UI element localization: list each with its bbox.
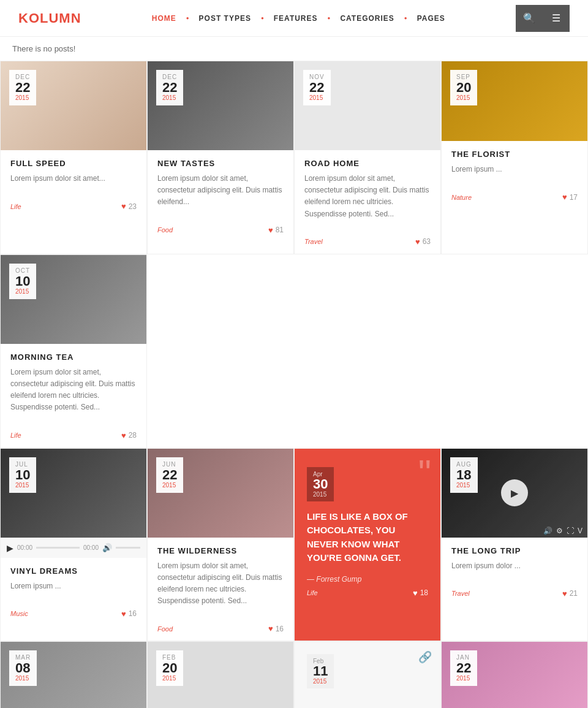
- card-tag-quote[interactable]: Life: [307, 589, 318, 596]
- card-title-the-long-trip[interactable]: THE LONG TRIP: [451, 546, 578, 555]
- progress-bar[interactable]: [36, 547, 80, 549]
- nav-home[interactable]: HOME: [146, 14, 183, 23]
- logo[interactable]: KOLUMN: [18, 10, 81, 26]
- card-tag-the-florist[interactable]: Nature: [451, 194, 472, 201]
- nav-pages[interactable]: PAGES: [411, 14, 451, 23]
- heart-icon: ♥: [562, 192, 567, 202]
- card-tag-full-speed[interactable]: Life: [10, 203, 21, 210]
- search-icon: 🔍: [523, 12, 535, 24]
- card-text-new-tastes: Lorem ipsum dolor sit amet, consectetur …: [157, 173, 284, 208]
- card-footer-full-speed: Life ♥ 23: [1, 197, 146, 218]
- nav-dot-2: ●: [261, 15, 264, 21]
- card-title-vinyl-dreams[interactable]: VINYL DREAMS: [10, 566, 137, 576]
- date-badge-road-home: Nov 22 2015: [303, 70, 331, 105]
- heart-icon: ♥: [121, 431, 126, 440]
- date-badge-the-wilderness: Jun 22 2015: [156, 457, 183, 493]
- card-text-vinyl-dreams: Lorem ipsum ...: [10, 580, 137, 592]
- card-text-full-speed: Lorem ipsum dolor sit amet...: [10, 173, 137, 185]
- card-footer-morning-tea: Life ♥ 28: [1, 426, 146, 447]
- card-tag-the-long-trip[interactable]: Travel: [451, 590, 470, 597]
- main-nav: HOME ● POST TYPES ● FEATURES ● CATEGORIE…: [146, 14, 451, 23]
- card-morning-tea: Oct 10 2015 MORNING TEA Lorem ipsum dolo…: [0, 254, 147, 448]
- card-likes-morning-tea: ♥ 28: [121, 431, 137, 440]
- audio-player[interactable]: ▶ 00:00 00:00 🔊: [1, 538, 146, 558]
- card-image-the-long-trip: ▶ 🔊 ⚙ ⛶ V Aug 18 2015: [442, 449, 587, 538]
- menu-button[interactable]: ☰: [543, 5, 570, 32]
- card-tag-road-home[interactable]: Travel: [304, 238, 323, 245]
- card-tag-morning-tea[interactable]: Life: [10, 432, 21, 439]
- card-image-the-wilderness: Jun 22 2015: [148, 449, 293, 538]
- search-button[interactable]: 🔍: [516, 5, 543, 32]
- fullscreen-icon[interactable]: ⛶: [567, 527, 574, 535]
- card-new-tastes: Dec 22 2015 NEW TASTES Lorem ipsum dolor…: [147, 61, 294, 254]
- card-image-off-the-shore: Mar 08 2015: [1, 642, 146, 708]
- card-body-road-home: ROAD HOME Lorem ipsum dolor sit amet, co…: [295, 150, 440, 232]
- card-quote: Apr 30 2015 " LIFE IS LIKE A BOX OF CHOC…: [294, 448, 441, 642]
- date-badge-the-florist: Sep 20 2015: [450, 70, 477, 105]
- header: KOLUMN HOME ● POST TYPES ● FEATURES ● CA…: [0, 0, 588, 37]
- nav-post-types[interactable]: POST TYPES: [193, 14, 257, 23]
- card-a-long-wait: Feb 20 2015 A LONG WAIT Lorem ipsum... W…: [147, 641, 294, 708]
- card-likes-quote: ♥ 18: [413, 588, 428, 598]
- card-tag-new-tastes[interactable]: Food: [157, 226, 173, 234]
- nav-dot-4: ●: [404, 15, 407, 21]
- card-work-session: Jan 22 2015 WORK SESSION Lorem ipsum... …: [441, 641, 588, 708]
- play-button[interactable]: ▶: [7, 543, 13, 553]
- card-tag-vinyl-dreams[interactable]: Music: [10, 610, 28, 617]
- video-play-button[interactable]: ▶: [501, 479, 528, 506]
- card-tag-the-wilderness[interactable]: Food: [157, 625, 173, 633]
- nav-dot-1: ●: [186, 15, 189, 21]
- card-full-speed: Dec 22 2015 FULL SPEED Lorem ipsum dolor…: [0, 61, 147, 254]
- card-body-the-florist: THE FLORIST Lorem ipsum ...: [442, 141, 587, 188]
- card-likes-road-home: ♥ 63: [415, 237, 431, 246]
- total-time: 00:00: [83, 544, 99, 551]
- vimeo-icon: V: [578, 527, 582, 535]
- card-footer-new-tastes: Food ♥ 81: [148, 221, 293, 242]
- volume-control-icon[interactable]: 🔊: [543, 527, 552, 535]
- date-badge-off-the-shore: Mar 08 2015: [9, 650, 37, 686]
- quote-author: — Forrest Gump: [307, 575, 428, 584]
- nav-features[interactable]: FEATURES: [268, 14, 324, 23]
- card-footer-quote: Life ♥ 18: [307, 584, 428, 598]
- heart-icon: ♥: [268, 624, 273, 633]
- card-footer-the-long-trip: Travel ♥ 21: [442, 584, 587, 606]
- card-title-morning-tea[interactable]: MORNING TEA: [10, 352, 137, 362]
- date-badge-vinyl-dreams: Jul 10 2015: [9, 457, 36, 493]
- card-title-the-florist[interactable]: THE FLORIST: [451, 150, 578, 159]
- logo-text: OLUMN: [29, 10, 81, 26]
- card-body-full-speed: FULL SPEED Lorem ipsum dolor sit amet...: [1, 150, 146, 197]
- card-text-the-florist: Lorem ipsum ...: [451, 164, 578, 175]
- date-badge-work-session: Jan 22 2015: [450, 650, 477, 686]
- date-badge-full-speed: Dec 22 2015: [9, 70, 36, 105]
- hamburger-icon: ☰: [552, 12, 560, 24]
- heart-icon: ♥: [121, 609, 126, 619]
- card-title-road-home[interactable]: ROAD HOME: [304, 159, 431, 168]
- no-posts-message: There is no posts!: [0, 37, 588, 61]
- card-the-long-trip: ▶ 🔊 ⚙ ⛶ V Aug 18 2015 THE LONG TRIP Lore…: [441, 448, 588, 642]
- card-footer-road-home: Travel ♥ 63: [295, 232, 440, 254]
- settings-icon[interactable]: ⚙: [556, 527, 563, 535]
- volume-bar[interactable]: [116, 547, 140, 549]
- card-body-new-tastes: NEW TASTES Lorem ipsum dolor sit amet, c…: [148, 150, 293, 221]
- card-body-the-long-trip: THE LONG TRIP Lorem ipsum dolor ...: [442, 538, 587, 584]
- heart-icon: ♥: [413, 588, 418, 598]
- card-image-work-session: Jan 22 2015: [442, 642, 587, 708]
- card-body-morning-tea: MORNING TEA Lorem ipsum dolor sit amet, …: [1, 344, 146, 426]
- link-date-badge: Feb 11 2015: [307, 654, 334, 688]
- current-time: 00:00: [17, 544, 32, 551]
- volume-icon[interactable]: 🔊: [102, 543, 112, 552]
- nav-categories[interactable]: CATEGORIES: [334, 14, 400, 23]
- card-title-new-tastes[interactable]: NEW TASTES: [157, 159, 284, 168]
- card-road-home: Nov 22 2015 ROAD HOME Lorem ipsum dolor …: [294, 61, 441, 254]
- card-image-full-speed: Dec 22 2015: [1, 61, 146, 150]
- card-title-full-speed[interactable]: FULL SPEED: [10, 159, 137, 168]
- heart-icon: ♥: [562, 589, 567, 598]
- card-title-the-wilderness[interactable]: THE WILDERNESS: [157, 546, 284, 555]
- card-likes-the-florist: ♥ 17: [562, 192, 578, 202]
- quote-mark-icon: ": [418, 455, 431, 492]
- card-likes-the-long-trip: ♥ 21: [562, 589, 578, 598]
- card-likes-full-speed: ♥ 23: [121, 202, 137, 211]
- card-the-wilderness: Jun 22 2015 THE WILDERNESS Lorem ipsum d…: [147, 448, 294, 642]
- card-image-vinyl-dreams: Jul 10 2015: [1, 449, 146, 538]
- card-footer-vinyl-dreams: Music ♥ 16: [1, 604, 146, 626]
